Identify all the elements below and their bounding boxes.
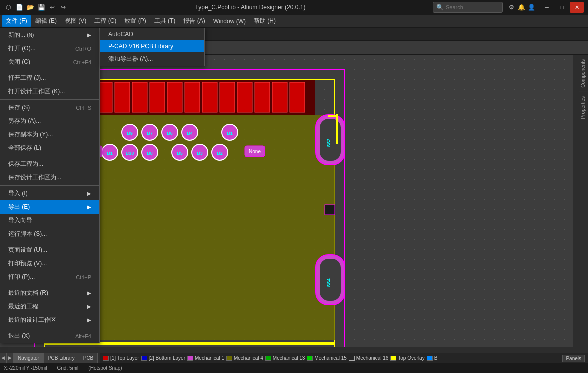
menu-window[interactable]: Window (W) bbox=[210, 16, 250, 26]
svg-rect-9 bbox=[168, 82, 182, 112]
menu-project[interactable]: 工程 (C) bbox=[90, 16, 120, 27]
fm-exit[interactable]: 退出 (X) Alt+F4 bbox=[0, 330, 100, 343]
fm-save-all[interactable]: 全部保存 (L) bbox=[0, 142, 100, 155]
layer-top-label: [1] Top Layer bbox=[110, 356, 140, 361]
fm-print[interactable]: 打印 (P)... Ctrl+P bbox=[0, 270, 100, 284]
export-autocad[interactable]: AutoCAD bbox=[100, 28, 204, 40]
menu-file[interactable]: 文件 (F) bbox=[2, 16, 32, 27]
fm-saveas[interactable]: 另存为 (A)... bbox=[0, 114, 100, 128]
svg-text:B7: B7 bbox=[147, 131, 153, 136]
fm-import-wizard[interactable]: 导入向导 bbox=[0, 214, 100, 228]
open-icon[interactable]: 📂 bbox=[26, 3, 35, 12]
redo-icon[interactable]: ↪ bbox=[59, 3, 68, 12]
svg-text:SS2: SS2 bbox=[326, 138, 332, 147]
svg-text:B5: B5 bbox=[177, 151, 183, 156]
layer-top-overlay-label: Top Overlay bbox=[398, 356, 424, 361]
fm-export[interactable]: 导出 (E) ▶ bbox=[0, 200, 100, 214]
layer-mech4-color bbox=[226, 356, 232, 361]
layer-mech16-color bbox=[349, 356, 355, 361]
menu-view[interactable]: 视图 (V) bbox=[61, 16, 90, 27]
fm-sep-5 bbox=[0, 242, 100, 242]
save-icon[interactable]: 💾 bbox=[37, 3, 46, 12]
layer-top[interactable]: [1] Top Layer bbox=[103, 356, 140, 361]
maximize-button[interactable]: □ bbox=[555, 2, 569, 13]
navigation-tabs: ◀ ▶ Navigator PCB Library PCB bbox=[0, 353, 98, 363]
titlebar-left-icons: ⬡ 📄 📂 💾 ↩ ↪ bbox=[4, 3, 68, 12]
layer-mech15[interactable]: Mechanical 15 bbox=[307, 356, 346, 361]
svg-text:None: None bbox=[249, 149, 261, 154]
panels-button[interactable]: Panels bbox=[562, 355, 585, 362]
fm-recent-workspaces[interactable]: 最近的设计工作区 ▶ bbox=[0, 314, 100, 327]
nav-next-arrow[interactable]: ▶ bbox=[7, 353, 14, 363]
nav-tab-pcblibrary[interactable]: PCB Library bbox=[44, 353, 80, 363]
layer-top-overlay[interactable]: Top Overlay bbox=[390, 356, 424, 361]
user-icon[interactable]: 👤 bbox=[527, 3, 536, 12]
nav-tab-pcb[interactable]: PCB bbox=[80, 353, 98, 363]
window-title: Type_C.PcbLib - Altium Designer (20.0.1) bbox=[68, 4, 433, 11]
fm-save-copy[interactable]: 保存副本为 (Y)... bbox=[0, 128, 100, 142]
nav-tab-navigator[interactable]: Navigator bbox=[14, 353, 44, 363]
close-button[interactable]: ✕ bbox=[570, 2, 584, 13]
vertical-scrollbar[interactable] bbox=[573, 55, 579, 347]
layer-mech4[interactable]: Mechanical 4 bbox=[226, 356, 264, 361]
fm-page-setup[interactable]: 页面设置 (U)... bbox=[0, 244, 100, 257]
layer-bottom-color bbox=[142, 356, 148, 361]
fm-run-script[interactable]: 运行脚本 (S)... bbox=[0, 228, 100, 241]
minimize-button[interactable]: ─ bbox=[540, 2, 554, 13]
svg-text:B10: B10 bbox=[126, 151, 134, 156]
layer-bar: [1] Top Layer [2] Bottom Layer Mechanica… bbox=[100, 353, 588, 363]
menu-tools[interactable]: 工具 (T) bbox=[150, 16, 180, 27]
new-icon[interactable]: 📄 bbox=[15, 3, 24, 12]
fm-save[interactable]: 保存 (S) Ctrl+S bbox=[0, 101, 100, 114]
fm-new[interactable]: 新的... (N) ▶ bbox=[0, 28, 100, 42]
svg-rect-62 bbox=[336, 114, 338, 144]
layer-mech13[interactable]: Mechanical 13 bbox=[266, 356, 305, 361]
svg-rect-11 bbox=[202, 82, 218, 112]
layer-mech16[interactable]: Mechanical 16 bbox=[349, 356, 388, 361]
undo-icon[interactable]: ↩ bbox=[48, 3, 57, 12]
svg-rect-58 bbox=[325, 205, 335, 215]
components-panel-tab[interactable]: Components bbox=[580, 55, 588, 92]
layer-mech15-label: Mechanical 15 bbox=[314, 356, 346, 361]
fm-open-workspace[interactable]: 打开设计工作区 (K)... bbox=[0, 85, 100, 98]
menu-place[interactable]: 放置 (P) bbox=[120, 16, 150, 27]
svg-rect-6 bbox=[115, 82, 130, 112]
svg-rect-10 bbox=[185, 82, 200, 112]
menu-reports[interactable]: 报告 (A) bbox=[180, 16, 209, 27]
app-icon: ⬡ bbox=[4, 3, 13, 12]
fm-recent-docs[interactable]: 最近的文档 (R) ▶ bbox=[0, 286, 100, 300]
notification-icon[interactable]: 🔔 bbox=[517, 3, 526, 12]
layer-top-color bbox=[103, 356, 109, 361]
coords-display: X:-220mil Y:-150mil bbox=[4, 366, 48, 371]
layer-b[interactable]: B bbox=[427, 356, 438, 361]
search-input[interactable] bbox=[446, 4, 496, 10]
menu-edit[interactable]: 编辑 (E) bbox=[32, 16, 61, 27]
fm-print-preview[interactable]: 打印预览 (V)... bbox=[0, 257, 100, 270]
export-add-exporter[interactable]: 添加导出器 (A)... bbox=[100, 52, 204, 66]
fm-save-workspace-as[interactable]: 保存设计工作区为... bbox=[0, 171, 100, 184]
layer-mech1[interactable]: Mechanical 1 bbox=[188, 356, 224, 361]
search-icon: 🔍 bbox=[436, 4, 444, 11]
fm-save-project-as[interactable]: 保存工程为... bbox=[0, 158, 100, 171]
horizontal-scrollbar[interactable] bbox=[0, 347, 579, 353]
svg-rect-14 bbox=[255, 82, 270, 112]
fm-recent-projects[interactable]: 最近的工程 ▶ bbox=[0, 300, 100, 314]
export-pcad[interactable]: P-CAD V16 PCB Library bbox=[100, 40, 204, 52]
fm-sep-2 bbox=[0, 100, 100, 100]
fm-open-project[interactable]: 打开工程 (J)... bbox=[0, 72, 100, 85]
fm-close[interactable]: 关闭 (C) Ctrl+F4 bbox=[0, 56, 100, 69]
layer-bottom[interactable]: [2] Bottom Layer bbox=[142, 356, 186, 361]
fm-open[interactable]: 打开 (O)... Ctrl+O bbox=[0, 42, 100, 56]
svg-text:B2: B2 bbox=[217, 151, 223, 156]
statusbar: X:-220mil Y:-150mil Grid: 5mil (Hotspot … bbox=[0, 363, 588, 373]
svg-text:B1: B1 bbox=[107, 151, 113, 156]
nav-prev-arrow[interactable]: ◀ bbox=[0, 353, 7, 363]
fm-import[interactable]: 导入 (I) ▶ bbox=[0, 187, 100, 200]
search-area[interactable]: 🔍 bbox=[433, 2, 503, 13]
menu-help[interactable]: 帮助 (H) bbox=[250, 16, 280, 27]
properties-panel-tab[interactable]: Properties bbox=[580, 92, 588, 124]
svg-rect-8 bbox=[150, 82, 165, 112]
settings-icon[interactable]: ⚙ bbox=[507, 3, 516, 12]
svg-text:B1: B1 bbox=[227, 131, 233, 136]
fm-sep-4 bbox=[0, 186, 100, 186]
